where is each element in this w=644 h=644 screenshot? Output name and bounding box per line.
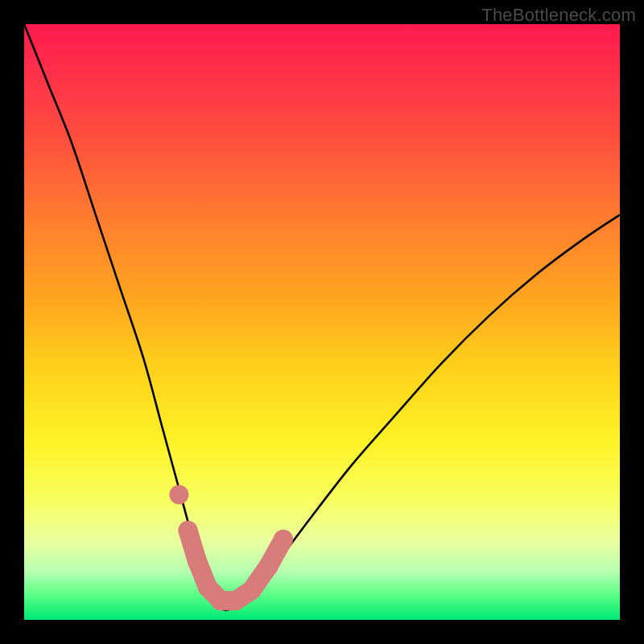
marker-right-segment-lower bbox=[258, 556, 278, 576]
marker-valley-right bbox=[242, 580, 262, 600]
marker-left-segment-mid bbox=[179, 521, 198, 540]
outer-frame: TheBottleneck.com bbox=[0, 0, 644, 644]
bottleneck-curve bbox=[24, 24, 620, 610]
watermark-text: TheBottleneck.com bbox=[481, 5, 636, 26]
marker-valley-center-b bbox=[226, 591, 246, 610]
marker-left-segment-upper bbox=[169, 485, 188, 505]
marker-left-segment-lower bbox=[188, 551, 207, 570]
marker-right-segment-upper bbox=[274, 530, 293, 549]
curve-markers-group bbox=[169, 485, 293, 611]
chart-svg bbox=[24, 24, 620, 620]
